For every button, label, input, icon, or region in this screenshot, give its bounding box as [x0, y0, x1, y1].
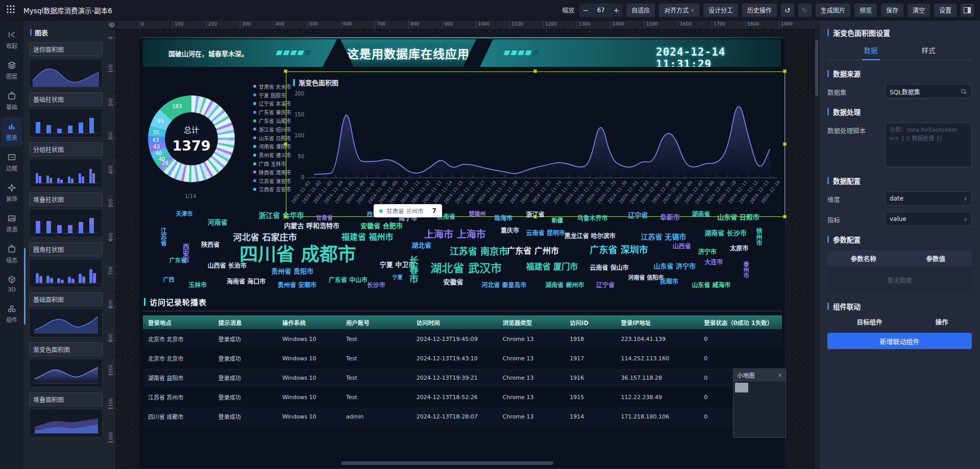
table-cell: Windows 10: [277, 375, 341, 381]
chevron-down-icon: ∨: [964, 196, 967, 202]
toolbar-button-保存[interactable]: 保存: [881, 4, 903, 17]
toolbar-button-自适应[interactable]: 自适应: [626, 4, 655, 17]
redo-button[interactable]: ↻: [798, 4, 812, 17]
chart-card-title: 基础柱状图: [29, 92, 103, 106]
add-linkage-button[interactable]: 新增联动组件: [827, 333, 972, 349]
toolbar-button-设计分工[interactable]: 设计分工: [703, 4, 738, 17]
sidebar-item-图层[interactable]: 图层: [1, 56, 22, 85]
metric-select[interactable]: value ∨: [885, 212, 972, 226]
app-menu-grid-icon[interactable]: [6, 5, 15, 16]
vertical-scroll-track[interactable]: [815, 30, 819, 469]
header-left-segment[interactable]: 国破山河在，城春草木深。: [143, 39, 337, 67]
resize-handle[interactable]: [533, 69, 537, 73]
dimension-select[interactable]: date ∨: [885, 191, 972, 206]
script-textarea[interactable]: 示例：data.forEach(item => { // 数据处理 }): [885, 122, 972, 167]
chart-card-基础柱状图[interactable]: 基础柱状图: [29, 92, 103, 137]
resize-handle[interactable]: [284, 215, 287, 218]
wordcloud-word: 辽宁省: [628, 212, 648, 218]
sidebar-item-3D[interactable]: 3D: [1, 270, 22, 298]
legend-dot: [253, 179, 256, 182]
wordcloud-word: 广东省 中山市: [329, 277, 368, 283]
panel-scrollbar[interactable]: [24, 248, 26, 325]
sidebar-item-边框[interactable]: 边框: [1, 148, 22, 177]
undo-button[interactable]: ↺: [781, 4, 794, 17]
sidebar-item-图表[interactable]: 图表: [1, 117, 22, 146]
sidebar-item-装饰[interactable]: 装饰: [1, 179, 22, 207]
toolbar-button-清空[interactable]: 清空: [908, 4, 930, 17]
y-tick-label: 150: [289, 112, 304, 117]
wordcloud-word: 安徽省 合肥市: [360, 223, 403, 229]
dataset-input[interactable]: SQL数据集: [885, 84, 972, 98]
y-tick-label: 100: [289, 133, 304, 138]
table-row: 江苏省 苏州市登录成功Windows 10Test2024-12-13T18:5…: [143, 387, 782, 407]
wordcloud-word: 上海市 上海市: [424, 230, 486, 239]
toolbar-button-预览[interactable]: 预览: [854, 4, 877, 17]
chart-card-迷你面积图[interactable]: 迷你面积图: [29, 42, 103, 87]
minimap-header[interactable]: 小地图 ∧: [733, 368, 786, 381]
chart-card-渐变色面积图[interactable]: 渐变色面积图: [29, 342, 103, 387]
sidebar-item-组件[interactable]: 组件: [1, 300, 22, 328]
resize-handle[interactable]: [533, 215, 537, 218]
sidebar-item-组态[interactable]: 组态: [1, 240, 22, 268]
sidebar-item-收起[interactable]: 收起: [1, 26, 22, 54]
minimap-body[interactable]: [733, 381, 786, 438]
header-glow-line: [139, 37, 785, 38]
tab-style[interactable]: 样式: [920, 44, 938, 60]
donut-center-label: 总计: [184, 124, 199, 135]
gradient-area-chart[interactable]: 渐变色面积图 050100150200 2024-11-012024-11-02…: [286, 71, 785, 217]
tab-data[interactable]: 数据: [862, 44, 880, 60]
chart-card-圆角柱状图[interactable]: 圆角柱状图: [29, 242, 103, 287]
resize-handle[interactable]: [284, 142, 287, 146]
chart-card-基础面积图[interactable]: 基础面积图: [29, 292, 103, 337]
dashboard-title: 这是用数据库在线应用: [347, 44, 470, 62]
design-canvas[interactable]: 0100200300400500600700800900100011001200…: [107, 20, 819, 469]
metric-label: 指标: [827, 212, 840, 225]
header-title-segment[interactable]: 这是用数据库在线应用: [340, 39, 476, 67]
layers-icon: [7, 61, 16, 70]
resize-handle[interactable]: [783, 142, 787, 146]
chart-card-堆叠面积图[interactable]: 堆叠面积图: [29, 392, 103, 437]
chart-card-堆叠柱状图[interactable]: 堆叠柱状图: [29, 192, 103, 237]
sidebar-item-基础[interactable]: 基础: [1, 87, 22, 115]
wordcloud-word: 抚顺市: [660, 279, 678, 285]
panel-title: 图表: [35, 28, 48, 37]
horizontal-scrollbar[interactable]: [341, 461, 553, 465]
toolbar-button-设置[interactable]: 设置: [934, 4, 957, 17]
collapse-panel-button[interactable]: [961, 4, 974, 17]
search-icon[interactable]: [961, 88, 967, 95]
zoom-out-button[interactable]: −: [579, 6, 592, 14]
resize-handle[interactable]: [284, 69, 287, 73]
dashboard-artboard[interactable]: 国破山河在，城春草木深。 这是用数据库在线应用 2024-12-14 11:31…: [139, 37, 785, 468]
dashboard-header: 国破山河在，城春草木深。 这是用数据库在线应用 2024-12-14 11:31…: [143, 39, 781, 67]
toolbar-button-对齐方式[interactable]: 对齐方式∨: [659, 4, 699, 17]
wordcloud-word: 福建省 厦门市: [526, 263, 578, 271]
scroll-table-component[interactable]: 访问记录轮播表 登录地点提示消息操作系统用户账号访问时间浏览器类型访问ID登录I…: [143, 297, 782, 426]
resize-handle[interactable]: [783, 215, 787, 218]
wordcloud-word: 甘肃省: [316, 215, 333, 221]
resize-handle[interactable]: [783, 69, 787, 73]
component-icon: [7, 304, 16, 313]
chart-card-title: 堆叠柱状图: [29, 192, 103, 206]
toolbar-button-历史操作[interactable]: 历史操作: [742, 4, 777, 17]
rose-donut-chart[interactable]: 总计 1379 28404043435595183 甘肃省 天水市宁夏 固原市辽…: [145, 70, 298, 206]
chart-card-thumbnail: [29, 409, 103, 437]
ruler-corner[interactable]: [107, 20, 116, 30]
header-right-segment[interactable]: 2024-12-14 11:31:29: [480, 39, 781, 67]
minimap-viewport[interactable]: [735, 383, 748, 392]
toolbar-button-生成图片[interactable]: 生成图片: [816, 4, 850, 17]
table-cell: Chrome 13: [498, 394, 565, 401]
vertical-scroll-thumb[interactable]: [815, 40, 818, 96]
ruler-horizontal: 0100200300400500600700800900100011001200…: [116, 20, 819, 30]
ruler-tick: 800: [408, 20, 409, 30]
legend-dot: [253, 128, 256, 131]
zoom-in-button[interactable]: +: [610, 6, 622, 14]
chevron-up-icon[interactable]: ∧: [778, 372, 782, 378]
top-bar: Mysql数据库消费演示-副本6 缩放−67+自适应对齐方式∨设计分工历史操作↺…: [0, 0, 980, 20]
wordcloud-word: 济宁市: [698, 249, 717, 255]
wordcloud-word: 广东省 深圳市: [590, 245, 648, 255]
wordcloud-chart[interactable]: 四川省 成都市湖北省 武汉市上海市 上海市广东省 深圳市江苏省 南京市广东省 广…: [144, 207, 781, 294]
legend-pager: 1/14: [185, 193, 196, 199]
sidebar-item-资源[interactable]: 资源: [1, 209, 22, 238]
chart-card-分组柱状图[interactable]: 分组柱状图: [29, 142, 103, 187]
config-icon: [7, 244, 16, 254]
